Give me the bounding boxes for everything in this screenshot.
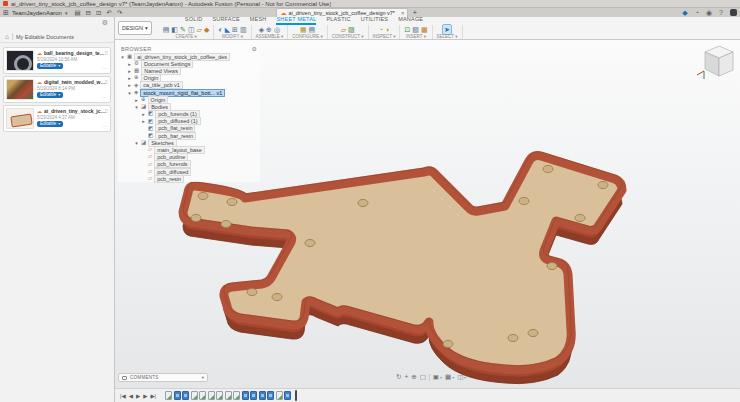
editable-badge[interactable]: Editable▾	[37, 63, 63, 69]
view-cube[interactable]	[697, 46, 733, 79]
gear-icon[interactable]: ⚙	[102, 19, 108, 27]
timeline-feature-sketch-6[interactable]	[216, 391, 223, 400]
create-form-icon[interactable]: ◆	[204, 25, 209, 34]
part-body[interactable]	[183, 152, 622, 384]
home-icon[interactable]: ⌂	[5, 33, 9, 40]
change-parameters-icon[interactable]: ▥	[240, 25, 247, 34]
unfold-icon[interactable]: ◫	[188, 25, 195, 34]
ribbon-group-label[interactable]: INSPECT ▾	[373, 34, 396, 39]
ribbon-tab-solid[interactable]: SOLID	[185, 16, 203, 25]
expand-arrow-icon[interactable]: ▸	[127, 75, 132, 81]
document-card[interactable]: ☁ai_driven_tiny_stock_jcb_coffe5/23/2024…	[3, 105, 111, 132]
drag-handle-icon[interactable]: ⠿	[104, 50, 107, 56]
timeline-feature-sketch-5[interactable]	[208, 391, 215, 400]
ribbon-tab-sheet-metal[interactable]: SHEET METAL	[276, 16, 316, 25]
document-card[interactable]: ☁digital_twin_modded_wood_strip_5/19/202…	[3, 76, 111, 103]
browser-item-pcb-diffused[interactable]: ▱pcb_diffused	[118, 168, 260, 175]
ribbon-tab-mesh[interactable]: MESH	[250, 16, 267, 25]
timeline-feature-sketch-0[interactable]	[165, 391, 172, 400]
data-panel-header[interactable]: ⌂ My Editable Documents	[0, 31, 114, 43]
zoom-icon[interactable]: ⊕	[411, 372, 416, 382]
drag-handle-icon[interactable]: ⠿	[104, 108, 107, 114]
undo-icon[interactable]: ↶	[105, 8, 112, 17]
comments-bar[interactable]: COMMENTS ▾	[118, 373, 208, 382]
fit-icon[interactable]: ▢	[420, 372, 426, 382]
play-button[interactable]: ▶	[135, 390, 141, 402]
display-settings-icon[interactable]: ▣	[433, 372, 439, 382]
timeline-feature-feature-12[interactable]	[267, 391, 274, 400]
editable-badge[interactable]: Editable▾	[37, 92, 63, 98]
go-to-start-button[interactable]: |◀	[119, 390, 127, 402]
joint-icon[interactable]: ⊕	[266, 25, 272, 34]
model-canvas[interactable]: BROWSER ⚙ ▾▣ai_driven_tiny_stock_jcb_cof…	[115, 40, 740, 388]
timeline-feature-sketch-8[interactable]	[233, 391, 240, 400]
document-card[interactable]: ☁ball_bearing_design_template5/19/2024 1…	[3, 47, 111, 74]
browser-item-document-settings[interactable]: ▸⚙Document Settings	[118, 60, 260, 67]
timeline-feature-feature-10[interactable]	[250, 391, 257, 400]
offset-plane-icon[interactable]: ▱	[341, 25, 346, 34]
insert-derive-icon[interactable]: ⊡	[404, 25, 410, 34]
expand-arrow-icon[interactable]: ▸	[141, 111, 146, 117]
job-status-icon[interactable]: ◔	[693, 8, 701, 17]
ribbon-tab-surface[interactable]: SURFACE	[212, 16, 239, 25]
timeline-feature-feature-2[interactable]	[182, 391, 189, 400]
timeline-feature-feature-1[interactable]	[174, 391, 181, 400]
flange-icon[interactable]: ▤	[163, 25, 170, 34]
pan-icon[interactable]: +	[404, 372, 408, 382]
more-options-icon[interactable]: ⋯	[102, 65, 107, 71]
expand-arrow-icon[interactable]: ▸	[127, 61, 132, 67]
timeline-feature-sketch-4[interactable]	[199, 391, 206, 400]
step-forward-button[interactable]: ▶	[142, 390, 148, 402]
user-avatar[interactable]	[730, 9, 737, 16]
press-pull-icon[interactable]: ◐	[218, 25, 222, 34]
team-switcher[interactable]: TeamJaydenAaron	[12, 10, 62, 16]
insert-mesh-icon[interactable]: ▩	[421, 25, 428, 34]
notification-bell-icon[interactable]: ◉	[704, 8, 714, 17]
fillet-icon[interactable]: ◣	[225, 25, 230, 34]
timeline-feature-sketch-3[interactable]	[191, 391, 198, 400]
measure-icon[interactable]: ◔	[379, 25, 383, 34]
grid-settings-icon[interactable]: ▦	[445, 372, 451, 382]
expand-arrow-icon[interactable]: ▸	[141, 118, 146, 124]
browser-item-origin[interactable]: ▸⊕Origin	[118, 96, 260, 103]
browser-item-pcb-bar-resin[interactable]: ◩pcb_bar_resin	[118, 132, 260, 139]
ribbon-group-label[interactable]: MODIFY ▾	[222, 34, 243, 39]
viewports-icon[interactable]: ◫	[457, 372, 463, 382]
expand-arrow-icon[interactable]: ▸	[127, 82, 132, 88]
data-panel-toggle-icon[interactable]: ⊞	[3, 8, 9, 17]
ribbon-tab-manage[interactable]: MANAGE	[398, 16, 423, 25]
ribbon-group-label[interactable]: ASSEMBLE ▾	[256, 34, 284, 39]
go-to-end-button[interactable]: ▶|	[149, 390, 157, 402]
orbit-icon[interactable]: ↻	[396, 372, 401, 382]
editable-badge[interactable]: Editable▾	[37, 121, 63, 127]
flat-pattern-icon[interactable]: ▱	[197, 25, 202, 34]
help-icon[interactable]: ?	[717, 8, 725, 17]
new-component-icon[interactable]: ◈	[259, 25, 264, 34]
ribbon-tab-plastic[interactable]: PLASTIC	[326, 16, 350, 25]
convert-to-sheet-metal-icon[interactable]: ◧	[171, 25, 178, 34]
expand-arrow-icon[interactable]: ▾	[120, 54, 125, 60]
ribbon-group-label[interactable]: SELECT ▾	[437, 34, 458, 39]
expand-arrow-icon[interactable]: ▸	[134, 97, 139, 103]
expand-arrow-icon[interactable]: ▾	[127, 90, 132, 96]
timeline-feature-feature-11[interactable]	[259, 391, 266, 400]
expand-arrow-icon[interactable]: ▸	[127, 68, 132, 74]
browser-item-pcb-resin[interactable]: ▱pcb_resin	[118, 175, 260, 182]
redo-icon[interactable]: ↷	[116, 8, 123, 17]
export-icon[interactable]: ⊡	[95, 8, 102, 17]
browser-item-stock-mount-rigid-flat-b[interactable]: ▾◈stock_mount_rigid_flat_bott... v1	[118, 89, 260, 96]
file-menu-icon[interactable]: ▤	[73, 8, 81, 17]
extensions-icon[interactable]: ◆	[680, 8, 689, 17]
timeline-feature-feature-14[interactable]	[284, 391, 291, 400]
more-options-icon[interactable]: ⋯	[102, 94, 107, 100]
timeline-feature-feature-9[interactable]	[242, 391, 249, 400]
ribbon-group-label[interactable]: CREATE ▾	[175, 34, 196, 39]
decal-icon[interactable]: ▧	[412, 25, 419, 34]
timeline-position-marker[interactable]	[295, 390, 297, 401]
expand-arrow-icon[interactable]: ▾	[134, 140, 139, 146]
more-options-icon[interactable]: ⋯	[102, 123, 107, 129]
timeline-feature-sketch-13[interactable]	[276, 391, 283, 400]
browser-item-main-layout-base[interactable]: ▱main_layout_base	[118, 146, 260, 153]
timeline-feature-sketch-7[interactable]	[225, 391, 232, 400]
construction-axis-icon[interactable]: ▨	[348, 25, 355, 34]
